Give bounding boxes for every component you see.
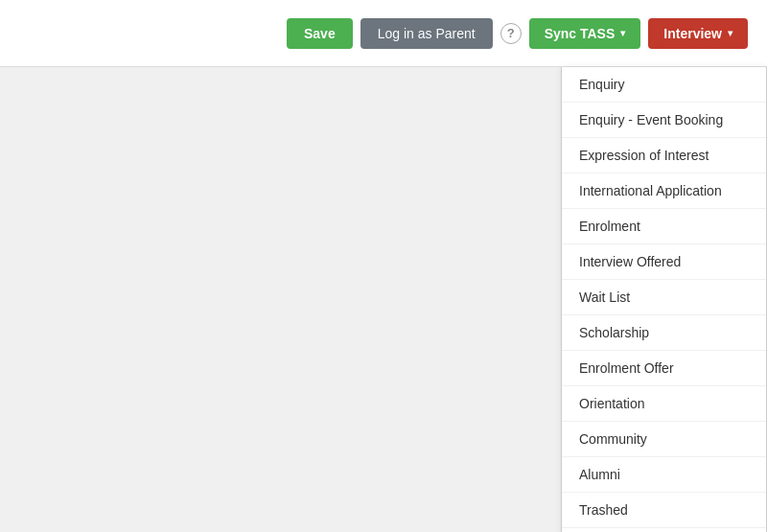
login-as-parent-button[interactable]: Log in as Parent <box>360 18 493 49</box>
interview-button[interactable]: Interview ▾ <box>648 18 748 49</box>
dropdown-item[interactable]: Alumni <box>562 457 766 493</box>
dropdown-item[interactable]: Wait List <box>562 280 766 315</box>
dropdown-item[interactable]: Enquiry - Event Booking <box>562 103 766 138</box>
sync-tass-button[interactable]: Sync TASS ▾ <box>529 18 641 49</box>
interview-caret: ▾ <box>728 28 732 38</box>
sync-tass-caret: ▾ <box>620 28 625 38</box>
interview-label: Interview <box>663 26 722 41</box>
dropdown-item[interactable]: Not Proceeding <box>562 528 766 532</box>
dropdown-item[interactable]: Trashed <box>562 493 766 528</box>
header: Save Log in as Parent ? Sync TASS ▾ Inte… <box>0 0 767 67</box>
save-button[interactable]: Save <box>287 18 353 49</box>
dropdown-item[interactable]: Enrolment <box>562 209 766 244</box>
main-content: EnquiryEnquiry - Event BookingExpression… <box>0 67 767 532</box>
dropdown-item[interactable]: Enrolment Offer <box>562 351 766 386</box>
interview-dropdown-menu: EnquiryEnquiry - Event BookingExpression… <box>561 67 767 532</box>
dropdown-item[interactable]: Interview Offered <box>562 244 766 280</box>
dropdown-item[interactable]: Enquiry <box>562 67 766 103</box>
dropdown-item[interactable]: Expression of Interest <box>562 138 766 173</box>
dropdown-item[interactable]: Scholarship <box>562 315 766 351</box>
dropdown-item[interactable]: Orientation <box>562 386 766 422</box>
dropdown-item[interactable]: Community <box>562 422 766 457</box>
dropdown-item[interactable]: International Application <box>562 173 766 209</box>
sync-tass-label: Sync TASS <box>545 26 616 41</box>
help-icon[interactable]: ? <box>500 23 522 44</box>
